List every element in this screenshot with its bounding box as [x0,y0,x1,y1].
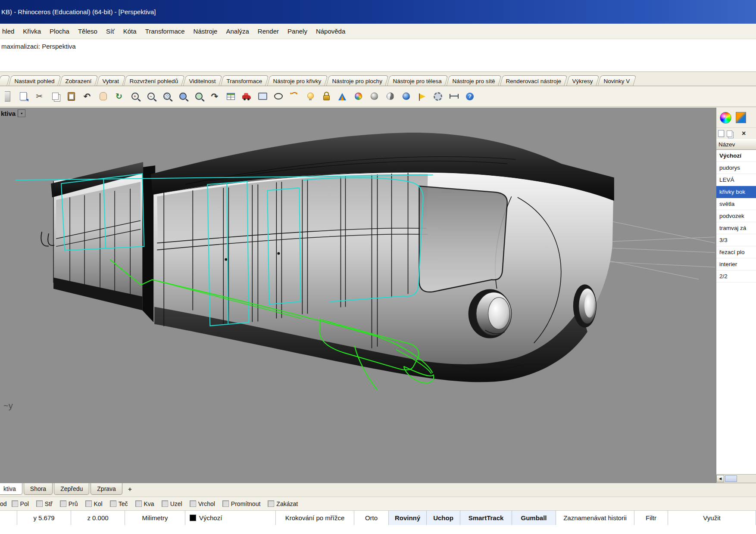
layer-panel-scrollbar[interactable] [716,474,756,483]
osnap-tec[interactable]: Teč [110,500,128,507]
zoom-in-icon[interactable] [128,90,141,103]
osnap-checkbox[interactable] [190,500,196,507]
menu-krivka[interactable]: Křivka [22,27,42,36]
tab-transformace[interactable]: Transformace [221,75,269,86]
layer-row[interactable]: 3/3 [716,234,756,246]
flag-icon[interactable] [415,90,428,103]
tab-viditelnost[interactable]: Viditelnost [183,75,222,86]
curve-tools-icon[interactable] [288,90,301,103]
status-current-layer[interactable]: Výchozí [185,511,276,525]
osnap-checkbox[interactable] [85,500,92,507]
viewport-title-label[interactable]: ktiva [1,110,16,117]
tab-nastroje-plochy[interactable]: Nástroje pro plochy [326,75,388,86]
viewport-canvas[interactable]: ~y [0,108,716,483]
osnap-kol[interactable]: Kol [85,500,103,507]
osnap-uzel[interactable]: Uzel [162,500,182,507]
vptab-perspektiva[interactable]: ktiva [0,483,22,495]
osnap-checkbox[interactable] [12,500,18,507]
redo-view-icon[interactable] [208,90,221,103]
cut-icon[interactable] [33,90,46,103]
viewport-layout-icon[interactable] [224,90,237,103]
shaded-sphere-icon[interactable] [368,90,381,103]
status-gumball[interactable]: Gumball [512,511,556,525]
osnap-checkbox[interactable] [162,500,168,507]
tab-vybrat[interactable]: Vybrat [96,75,125,86]
vptab-zprava[interactable]: Zprava [91,483,122,495]
osnap-str[interactable]: Stř [36,500,53,507]
set-view-car-icon[interactable] [240,90,253,103]
osnap-checkbox[interactable] [222,500,229,507]
new-layer-icon[interactable] [718,130,724,137]
zoom-window-icon[interactable] [160,90,173,103]
menu-sit[interactable]: Síť [105,27,116,36]
osnap-checkbox[interactable] [36,500,43,507]
tab-nastavit-pohled[interactable]: Nastavit pohled [9,75,61,86]
status-filter[interactable]: Filtr [634,511,668,525]
tab-zobrazeni[interactable]: Zobrazení [59,75,98,86]
gear-icon[interactable] [431,90,444,103]
help-icon[interactable] [463,90,476,103]
status-ortho[interactable]: Orto [354,511,389,525]
undo-icon[interactable] [81,90,94,103]
osnap-bod-partial[interactable]: od [0,500,7,507]
osnap-checkbox[interactable] [268,500,274,507]
layer-row[interactable]: 2/2 [716,270,756,283]
layer-row[interactable]: interier [716,258,756,270]
mirror-hook[interactable] [41,232,54,246]
osnap-promitnout[interactable]: Promítnout [222,500,260,507]
copy-layer-icon[interactable] [727,130,732,137]
osnap-zakazat[interactable]: Zakázat [268,500,298,507]
layer-row-selected[interactable]: křivky bok [716,186,756,198]
title-bar[interactable]: KB) - Rhinoceros (Educational) (64-bit) … [0,0,756,24]
status-record-history[interactable]: Zaznamenávat historii [556,511,634,525]
layer-row[interactable]: tramvaj zá [716,222,756,234]
osnap-pru[interactable]: Prů [60,500,78,507]
menu-pohled[interactable]: hled [1,27,16,36]
zoom-selected-icon[interactable] [176,90,189,103]
status-units[interactable]: Milimetry [125,511,185,525]
rendered-sphere-icon[interactable] [352,90,365,103]
tab-novinky[interactable]: Novinky V [597,75,636,86]
menu-napoveda[interactable]: Nápověda [315,27,347,36]
perspective-viewport[interactable]: ktiva ▼ [0,108,716,483]
export-page-icon[interactable] [17,90,30,103]
lock-icon[interactable] [320,90,333,103]
osnap-checkbox[interactable] [110,500,116,507]
osnap-pol[interactable]: Pol [12,500,29,507]
layer-row[interactable]: LEVÁ [716,174,756,186]
tram-front-car[interactable] [151,133,614,382]
menu-render[interactable]: Render [256,27,280,36]
partial-icon[interactable] [1,90,14,103]
menu-teleso[interactable]: Těleso [77,27,99,36]
display-mode-icon[interactable] [256,90,269,103]
tab-nastroje-krivky[interactable]: Nástroje pro křivky [267,75,328,86]
layer-row[interactable]: světla [716,198,756,210]
delete-layer-icon[interactable] [742,130,746,137]
panel-tab-partial-icon[interactable] [736,112,746,123]
layer-row[interactable]: podvozek [716,210,756,222]
osnap-checkbox[interactable] [60,500,66,507]
status-planar[interactable]: Rovinný [389,511,427,525]
xray-sphere-icon[interactable] [384,90,397,103]
layer-row[interactable]: pudorys [716,162,756,174]
ellipse-icon[interactable] [272,90,285,103]
menu-nastroje[interactable]: Nástroje [192,27,219,36]
tab-vykresy[interactable]: Výkresy [566,75,599,86]
menu-analyza[interactable]: Analýza [225,27,250,36]
menu-panely[interactable]: Panely [286,27,309,36]
render-icon[interactable] [336,90,349,103]
status-smarttrack[interactable]: SmartTrack [460,511,512,525]
zoom-dynamic-icon[interactable] [144,90,157,103]
pan-icon[interactable] [97,90,109,103]
layer-row[interactable]: řezací plo [716,246,756,258]
tab-nastroje-telesa[interactable]: Nástroje pro tělesa [387,75,448,86]
tram-rear-car[interactable] [51,162,155,324]
command-input[interactable] [1,51,754,60]
status-osnap[interactable]: Uchop [427,511,460,525]
front-side-window[interactable] [419,186,507,292]
tab-renderovaci-nastroje[interactable]: Renderovací nástroje [500,75,568,86]
tab-nastroje-site[interactable]: Nástroje pro sítě [447,75,502,86]
lamp-icon[interactable] [304,90,317,103]
copy-icon[interactable] [49,90,62,103]
viewport-menu-dropdown[interactable]: ▼ [18,109,25,117]
